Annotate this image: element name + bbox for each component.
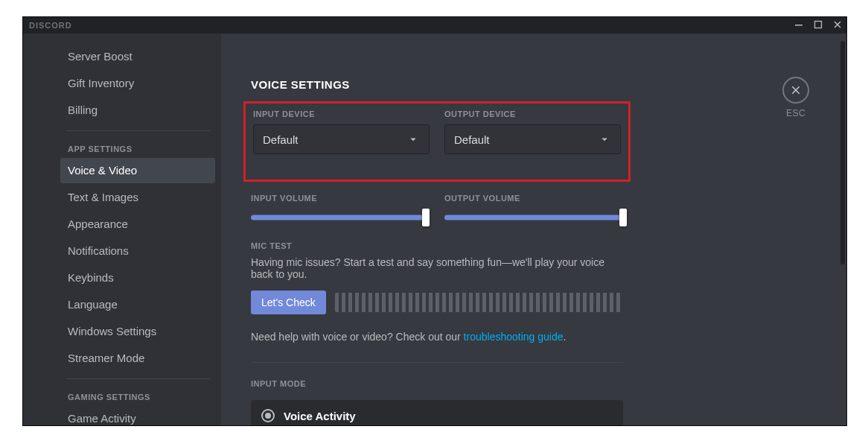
lets-check-button[interactable]: Let's Check [251, 291, 326, 314]
close-button[interactable] [782, 77, 809, 104]
sidebar-item-gift-inventory[interactable]: Gift Inventory [60, 71, 215, 96]
content-separator [251, 362, 623, 363]
titlebar: DISCORD [23, 17, 846, 34]
input-device-select[interactable]: Default [253, 124, 430, 154]
sidebar-item-notifications[interactable]: Notifications [60, 238, 215, 264]
settings-content: ESC VOICE SETTINGS INPUT DEVICE Default … [221, 34, 846, 425]
output-volume-label: OUTPUT VOLUME [444, 194, 623, 203]
button-label: Let's Check [261, 296, 316, 308]
sidebar-item-appearance[interactable]: Appearance [60, 212, 215, 237]
sidebar-item-server-boost[interactable]: Server Boost [60, 44, 215, 69]
help-text: Need help with voice or video? Check out… [251, 331, 623, 343]
window-minimize-icon[interactable] [794, 20, 803, 31]
radio-icon [261, 409, 275, 422]
radio-label: Voice Activity [284, 410, 356, 422]
slider-thumb[interactable] [619, 209, 627, 226]
sidebar-item-language[interactable]: Language [60, 292, 215, 317]
sidebar-item-billing[interactable]: Billing [60, 98, 215, 123]
sidebar-header-gaming-settings: GAMING SETTINGS [60, 385, 221, 404]
sidebar-item-label: Keybinds [68, 271, 114, 284]
app-name: DISCORD [29, 21, 72, 30]
sidebar-item-label: Server Boost [68, 50, 133, 63]
sidebar-item-label: Gift Inventory [68, 77, 134, 89]
output-device-value: Default [454, 133, 490, 146]
page-title: VOICE SETTINGS [251, 78, 623, 91]
sidebar-item-label: Language [68, 298, 118, 311]
sidebar-item-label: Voice & Video [68, 164, 137, 177]
sidebar-item-label: Text & Images [68, 191, 138, 203]
sidebar-item-label: Windows Settings [68, 325, 156, 337]
help-prefix: Need help with voice or video? Check out… [251, 331, 464, 343]
settings-sidebar: Server Boost Gift Inventory Billing APP … [23, 34, 221, 425]
input-mode-label: INPUT MODE [251, 379, 623, 388]
input-mode-voice-activity[interactable]: Voice Activity [251, 400, 623, 425]
output-device-label: OUTPUT DEVICE [444, 110, 621, 118]
window-close-icon[interactable] [833, 20, 842, 31]
esc-label: ESC [782, 108, 809, 118]
close-settings: ESC [782, 77, 809, 118]
slider-thumb[interactable] [422, 209, 430, 226]
scrollbar[interactable] [840, 41, 845, 264]
chevron-down-icon [598, 133, 611, 146]
sidebar-item-voice-video[interactable]: Voice & Video [60, 158, 215, 183]
troubleshooting-link[interactable]: troubleshooting guide [464, 331, 564, 343]
sidebar-item-text-images[interactable]: Text & Images [60, 185, 215, 210]
input-device-value: Default [263, 133, 299, 146]
sidebar-header-app-settings: APP SETTINGS [60, 137, 221, 156]
window-maximize-icon[interactable] [814, 20, 823, 31]
input-device-label: INPUT DEVICE [253, 110, 430, 118]
input-volume-label: INPUT VOLUME [251, 194, 430, 203]
output-device-select[interactable]: Default [444, 124, 621, 154]
sidebar-separator [66, 378, 211, 379]
sidebar-separator [66, 130, 211, 131]
help-suffix: . [564, 331, 567, 343]
slider-track [444, 215, 623, 220]
sidebar-item-streamer-mode[interactable]: Streamer Mode [60, 346, 215, 371]
sidebar-item-label: Billing [68, 104, 98, 116]
mic-level-meter [335, 293, 623, 312]
sidebar-item-keybinds[interactable]: Keybinds [60, 265, 215, 291]
chevron-down-icon [406, 133, 420, 146]
slider-track [251, 215, 430, 220]
sidebar-item-game-activity[interactable]: Game Activity [60, 406, 215, 425]
sidebar-item-label: Streamer Mode [68, 352, 144, 364]
svg-rect-1 [815, 22, 822, 28]
output-volume-slider[interactable] [444, 209, 623, 226]
sidebar-item-label: Appearance [68, 218, 128, 230]
highlight-annotation: INPUT DEVICE Default OUTPUT DEVICE Defau… [243, 101, 631, 182]
input-volume-slider[interactable] [251, 209, 430, 226]
mic-test-description: Having mic issues? Start a test and say … [251, 256, 623, 280]
app-window: DISCORD Server Boost Gift Inventory Bill… [22, 16, 847, 426]
sidebar-item-label: Game Activity [68, 412, 136, 425]
close-icon [790, 84, 802, 96]
svg-rect-0 [795, 25, 802, 26]
sidebar-item-label: Notifications [68, 244, 129, 257]
sidebar-item-windows-settings[interactable]: Windows Settings [60, 319, 215, 344]
mic-test-label: MIC TEST [251, 241, 623, 250]
